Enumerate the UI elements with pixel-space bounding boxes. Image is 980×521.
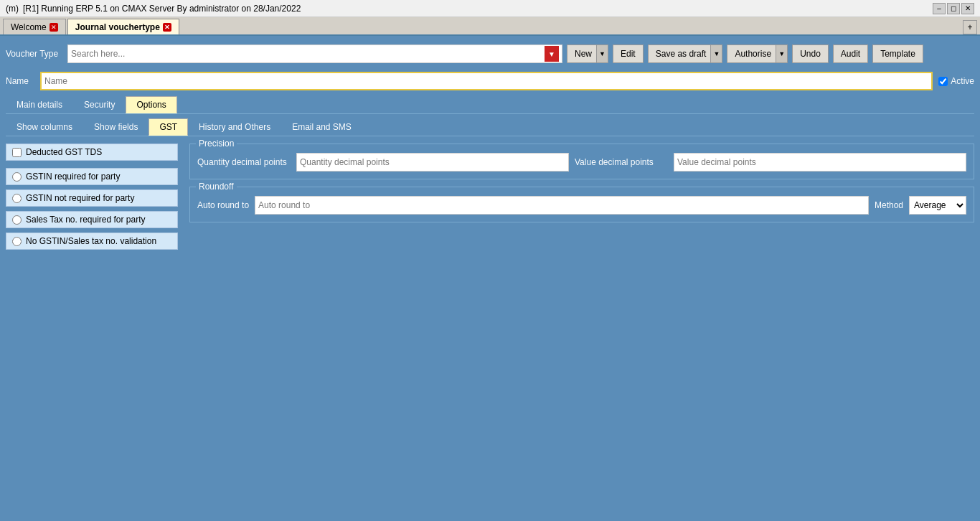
title-bar: (m) [R1] Running ERP 5.1 on CMAX Server …	[0, 0, 980, 17]
qty-decimal-input[interactable]	[296, 153, 569, 172]
active-label[interactable]: Active	[951, 76, 974, 86]
template-button[interactable]: Template	[872, 44, 923, 63]
window-title: [R1] Running ERP 5.1 on CMAX Server By a…	[23, 4, 301, 14]
minimize-button[interactable]: –	[933, 3, 946, 14]
tab-journal-label: Journal vouchertype	[75, 22, 160, 32]
auto-round-input[interactable]	[255, 196, 869, 215]
name-row: Name Active	[6, 72, 974, 90]
app-icon: (m)	[6, 4, 19, 14]
precision-row: Quantity decimal points Value decimal po…	[197, 153, 966, 172]
value-decimal-input[interactable]	[674, 153, 966, 172]
main-tabs-nav: Main details Security Options	[6, 96, 974, 114]
radio-sales-tax-required-input[interactable]	[12, 215, 22, 225]
tab-security[interactable]: Security	[73, 96, 126, 113]
tab-welcome-label: Welcome	[11, 22, 47, 32]
voucher-type-label: Voucher Type	[6, 49, 63, 59]
add-tab-button[interactable]: +	[963, 20, 977, 34]
authorise-button[interactable]: Authorise ▼	[727, 44, 788, 63]
precision-legend: Precision	[196, 139, 237, 149]
search-container: ▼	[67, 44, 562, 63]
name-field[interactable]	[40, 72, 933, 90]
radio-sales-tax-required: Sales Tax no. required for party	[6, 211, 178, 228]
tab-welcome[interactable]: Welcome ✕	[3, 19, 66, 34]
roundoff-section: Roundoff Auto round to Method Average Up…	[189, 187, 974, 222]
radio-gstin-required: GSTIN required for party	[6, 168, 178, 185]
authorise-dropdown-arrow[interactable]: ▼	[776, 45, 787, 62]
radio-sales-tax-required-label[interactable]: Sales Tax no. required for party	[26, 215, 146, 225]
sub-tab-gst[interactable]: GST	[149, 118, 188, 136]
right-column: Precision Quantity decimal points Value …	[189, 144, 974, 222]
tab-journal-close[interactable]: ✕	[163, 23, 171, 32]
radio-gstin-not-required-label[interactable]: GSTIN not required for party	[26, 193, 134, 203]
auto-round-label: Auto round to	[197, 200, 249, 210]
sub-tabs-nav: Show columns Show fields GST History and…	[6, 118, 974, 136]
gst-content-panel: Deducted GST TDS GSTIN required for part…	[6, 136, 974, 257]
restore-button[interactable]: ◻	[947, 3, 960, 14]
roundoff-legend: Roundoff	[196, 182, 237, 192]
toolbar: Voucher Type ▼ New ▼ Edit Save as draft …	[6, 42, 974, 66]
sub-tab-email-sms[interactable]: Email and SMS	[281, 118, 362, 136]
sub-tab-show-columns[interactable]: Show columns	[6, 118, 83, 136]
qty-decimal-label: Quantity decimal points	[197, 157, 291, 167]
radio-gstin-not-required-input[interactable]	[12, 194, 22, 203]
method-select[interactable]: Average Up Down	[909, 196, 966, 215]
save-draft-dropdown-arrow[interactable]: ▼	[710, 45, 722, 62]
tab-main-details[interactable]: Main details	[6, 96, 73, 113]
active-checkbox[interactable]	[938, 77, 948, 86]
radio-gstin-not-required: GSTIN not required for party	[6, 189, 178, 207]
gstin-radio-group: GSTIN required for party GSTIN not requi…	[6, 168, 178, 250]
left-column: Deducted GST TDS GSTIN required for part…	[6, 144, 178, 250]
audit-button[interactable]: Audit	[833, 44, 868, 63]
main-content: Voucher Type ▼ New ▼ Edit Save as draft …	[0, 36, 980, 263]
tab-welcome-close[interactable]: ✕	[50, 23, 58, 32]
edit-button[interactable]: Edit	[613, 44, 644, 63]
new-dropdown-arrow[interactable]: ▼	[596, 45, 608, 62]
sub-tab-show-fields[interactable]: Show fields	[83, 118, 149, 136]
new-button[interactable]: New ▼	[567, 44, 608, 63]
radio-gstin-required-label[interactable]: GSTIN required for party	[26, 172, 120, 182]
search-dropdown-button[interactable]: ▼	[545, 46, 559, 62]
close-button[interactable]: ✕	[961, 3, 974, 14]
active-container: Active	[938, 76, 974, 86]
tab-options[interactable]: Options	[126, 96, 176, 113]
roundoff-row: Auto round to Method Average Up Down	[197, 196, 966, 215]
name-label: Name	[6, 76, 34, 86]
method-label: Method	[875, 200, 903, 210]
save-as-draft-button[interactable]: Save as draft ▼	[648, 44, 723, 63]
deducted-gst-tds-checkbox[interactable]	[12, 148, 22, 157]
value-decimal-label: Value decimal points	[575, 157, 668, 167]
undo-button[interactable]: Undo	[792, 44, 829, 63]
radio-no-validation-input[interactable]	[12, 237, 22, 246]
tab-bar: Welcome ✕ Journal vouchertype ✕ +	[0, 17, 980, 36]
radio-no-validation-label[interactable]: No GSTIN/Sales tax no. validation	[26, 236, 156, 246]
radio-gstin-required-input[interactable]	[12, 172, 22, 182]
sub-tab-history-others[interactable]: History and Others	[188, 118, 281, 136]
precision-section: Precision Quantity decimal points Value …	[189, 144, 974, 179]
radio-no-validation: No GSTIN/Sales tax no. validation	[6, 233, 178, 250]
two-col-layout: Deducted GST TDS GSTIN required for part…	[6, 144, 974, 250]
deducted-gst-tds-item: Deducted GST TDS	[6, 144, 178, 161]
deducted-gst-tds-label[interactable]: Deducted GST TDS	[26, 147, 102, 157]
tab-journal-vouchertype[interactable]: Journal vouchertype ✕	[67, 19, 179, 34]
search-input[interactable]	[71, 49, 545, 59]
